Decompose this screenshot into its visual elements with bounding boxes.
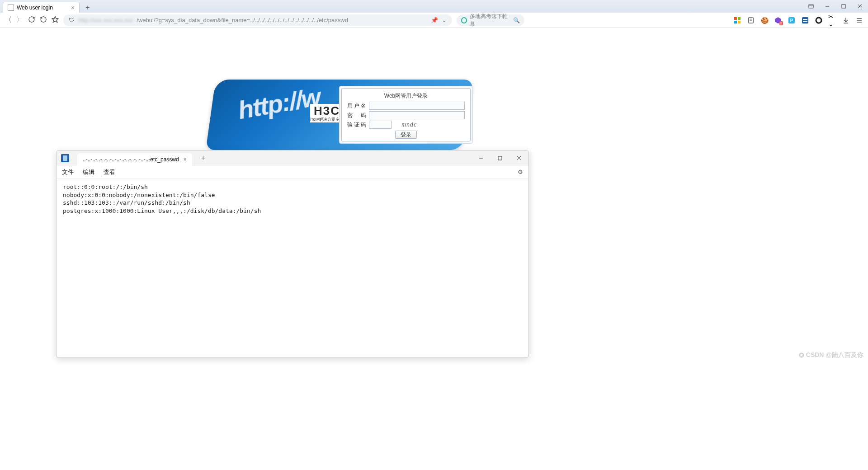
address-bar[interactable]: 🛡 http://xxx.xxx.xxx.xxx/webui/?g=sys_di… [63,14,452,26]
username-label: 用户名 [347,102,366,110]
notepad-titlebar[interactable]: ..-..-..-..-..-..-..-..-..-..-..-..-..-.… [57,150,528,166]
url-pin-icon[interactable]: 📌 [431,17,438,24]
captcha-label: 验证码 [347,121,366,129]
forward-button[interactable]: 〉 [16,15,24,25]
svg-text:P: P [790,18,793,23]
login-panel: Web网管用户登录 用户名 密 码 验证码 mndc 登录 [339,86,473,144]
undo-button[interactable] [40,16,47,25]
ext-reward-icon[interactable] [803,0,819,13]
watermark-text: CSDN @陆八百及你 [806,351,863,359]
tab-close-icon[interactable]: × [71,4,75,11]
search-placeholder: 多地高考落下帷幕 [470,13,510,28]
svg-rect-7 [738,17,741,20]
search-box[interactable]: 多地高考落下帷幕 🔍 [457,14,524,26]
notepad-menubar: 文件 编辑 查看 ⚙ [57,166,528,179]
notepad-tab-name: ..-..-..-..-..-..-..-..-..-..-..-..-..-.… [83,156,179,163]
notepad-window-controls [472,150,528,166]
notepad-minimize-button[interactable] [472,150,491,166]
notepad-content[interactable]: root::0:0:root:/:/bin/sh nobody:x:0:0:no… [57,179,528,219]
svg-rect-18 [803,21,807,22]
captcha-image[interactable]: mndc [401,121,417,128]
download-icon[interactable] [842,16,850,24]
ms-apps-icon[interactable] [733,16,741,24]
close-button[interactable] [852,0,868,13]
ext-ring-icon[interactable] [815,16,823,24]
maximize-button[interactable] [835,0,852,13]
tab-title: Web user login [17,5,53,11]
scissors-icon[interactable]: ✂ ⌄ [828,16,836,24]
favorite-button[interactable] [52,16,59,25]
login-title: Web网管用户登录 [347,92,465,100]
url-dropdown-icon[interactable]: ⌄ [442,17,447,24]
notepad-window: ..-..-..-..-..-..-..-..-..-..-..-..-..-.… [56,150,529,358]
browser-window-controls [803,0,868,13]
site-security-icon[interactable]: 🛡 [69,17,75,24]
page-icon [8,5,14,11]
notepad-close-button[interactable] [509,150,528,166]
notepad-tab[interactable]: ..-..-..-..-..-..-..-..-..-..-..-..-..-.… [77,153,192,166]
svg-rect-2 [842,5,845,8]
browser-tab-strip: Web user login × + [0,0,868,13]
login-banner: H3C iToIP解决方案专家 Web网管用户登录 用户名 密 码 验证码 mn… [211,80,468,150]
back-button[interactable]: 〈 [5,15,12,25]
svg-rect-24 [498,156,502,160]
menu-edit[interactable]: 编辑 [83,168,94,176]
username-input[interactable] [369,102,465,110]
browser-toolbar: 〈 〉 🛡 http://xxx.xxx.xxx.xxx/webui/?g=sy… [0,13,868,28]
svg-rect-16 [802,17,808,24]
svg-rect-17 [803,19,807,20]
svg-point-19 [816,18,821,23]
settings-icon[interactable]: ⚙ [518,169,523,175]
url-hidden: http://xxx.xxx.xxx.xxx [78,17,133,24]
extension-row: 🍪 2 P ✂ ⌄ [733,16,863,24]
notepad-new-tab-button[interactable]: + [201,154,205,162]
watermark-icon: ✪ [799,352,804,359]
captcha-input[interactable] [369,121,392,129]
menu-icon[interactable] [855,16,863,24]
watermark: ✪ CSDN @陆八百及你 [799,351,863,359]
new-tab-button[interactable]: + [82,4,93,12]
brand-block: H3C iToIP解决方案专家 [310,104,344,122]
reload-button[interactable] [28,16,35,25]
ext-idm-icon[interactable] [801,16,809,24]
login-button[interactable]: 登录 [395,131,417,139]
browser-tab-active[interactable]: Web user login × [3,2,80,13]
notepad-app-icon [61,154,69,162]
menu-file[interactable]: 文件 [62,168,74,176]
search-icon[interactable]: 🔍 [513,17,520,24]
brand-slogan: iToIP解决方案专家 [310,117,344,122]
notepad-tab-close-icon[interactable]: × [184,156,187,163]
search-engine-icon [461,17,467,24]
svg-rect-6 [734,17,737,20]
url-visible: /webui/?g=sys_dia_data_down&file_name=..… [137,17,348,24]
password-label: 密 码 [347,112,366,119]
svg-rect-0 [809,5,814,8]
password-input[interactable] [369,111,465,119]
svg-rect-9 [738,21,741,24]
ext-cookie-icon[interactable]: 🍪 [760,16,769,24]
svg-rect-8 [734,21,737,24]
ext-blue-icon[interactable]: P [788,16,796,24]
menu-view[interactable]: 查看 [104,168,115,176]
brand-logo: H3C [310,104,344,118]
reader-icon[interactable] [747,16,755,24]
svg-marker-5 [52,16,58,22]
ext-purple-icon[interactable]: 2 [774,16,782,24]
notepad-maximize-button[interactable] [491,150,509,166]
minimize-button[interactable] [819,0,835,13]
